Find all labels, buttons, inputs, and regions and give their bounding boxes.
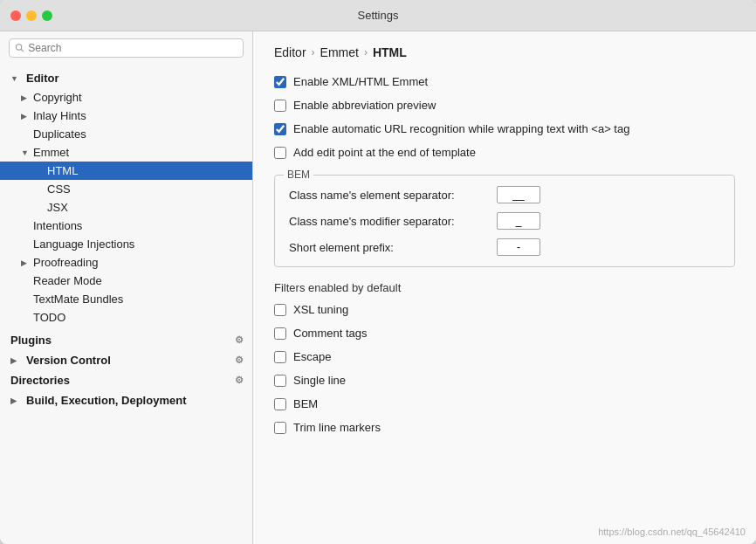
- checkbox-row-auto-url: Enable automatic URL recognition while w…: [274, 121, 735, 137]
- sidebar-item-proofreading-label: Proofreading: [33, 256, 244, 269]
- bem-short-element-prefix-input[interactable]: [497, 238, 540, 256]
- settings-icon: ⚙: [235, 334, 244, 346]
- checkbox-comment-tags[interactable]: [274, 327, 286, 340]
- sidebar-section-directories-label: Directories: [10, 374, 70, 387]
- checkbox-trim-line-markers-label[interactable]: Trim line markers: [293, 421, 381, 434]
- chevron-right-icon: ▶: [10, 356, 21, 365]
- checkbox-trim-line-markers[interactable]: [274, 422, 286, 434]
- sidebar-item-proofreading[interactable]: ▶ Proofreading: [0, 253, 252, 272]
- settings-window: Settings ▼ Editor ▶ Copyri: [0, 0, 756, 544]
- sidebar-item-emmet[interactable]: ▼ Emmet: [0, 143, 252, 162]
- sidebar: ▼ Editor ▶ Copyright ⚙ ▶ Inlay Hints ⚙: [0, 31, 253, 544]
- sidebar-item-css-label: CSS: [47, 182, 244, 196]
- checkbox-xsl-tuning-label[interactable]: XSL tuning: [293, 303, 348, 316]
- sidebar-item-textmate-bundles[interactable]: ▶ TextMate Bundles: [0, 290, 252, 308]
- sidebar-item-duplicates-label: Duplicates: [33, 127, 244, 141]
- sidebar-item-todo-label: TODO: [33, 311, 244, 324]
- sidebar-item-reader-mode-label: Reader Mode: [33, 274, 235, 287]
- sidebar-section-version-control[interactable]: ▶ Version Control ⚙: [0, 350, 252, 370]
- checkbox-auto-url-label[interactable]: Enable automatic URL recognition while w…: [293, 122, 629, 135]
- checkbox-bem-filter[interactable]: [274, 398, 286, 410]
- search-box[interactable]: [9, 38, 244, 58]
- sidebar-item-textmate-bundles-label: TextMate Bundles: [33, 293, 244, 306]
- sidebar-section-build-label: Build, Execution, Deployment: [26, 394, 186, 407]
- filter-single-line-row: Single line: [274, 372, 735, 389]
- breadcrumb-emmet: Emmet: [320, 45, 359, 59]
- sidebar-item-css[interactable]: ▶ CSS: [0, 180, 252, 198]
- sidebar-section-editor[interactable]: ▼ Editor: [0, 68, 252, 88]
- checkbox-abbrev-preview-label[interactable]: Enable abbreviation preview: [293, 99, 436, 112]
- sidebar-item-intentions[interactable]: ▶ Intentions: [0, 217, 252, 235]
- sidebar-item-inlay-hints-label: Inlay Hints: [33, 109, 235, 122]
- sidebar-section-plugins-label: Plugins: [10, 334, 52, 347]
- sidebar-item-language-injections[interactable]: ▶ Language Injections ⚙: [0, 235, 252, 253]
- sidebar-item-todo[interactable]: ▶ TODO: [0, 308, 252, 327]
- sidebar-item-copyright-label: Copyright: [33, 91, 235, 104]
- sidebar-item-inlay-hints[interactable]: ▶ Inlay Hints ⚙: [0, 107, 252, 125]
- sidebar-section-plugins[interactable]: Plugins ⚙: [0, 330, 252, 350]
- checkbox-row-enable-xml-html: Enable XML/HTML Emmet: [274, 73, 735, 90]
- bem-group: BEM Class name's element separator: Clas…: [274, 175, 735, 267]
- chevron-right-icon: ▶: [21, 112, 31, 121]
- sidebar-item-reader-mode[interactable]: ▶ Reader Mode ⚙: [0, 272, 252, 290]
- main-panel: Editor › Emmet › HTML Enable XML/HTML Em…: [253, 31, 756, 544]
- checkbox-edit-point[interactable]: [274, 147, 286, 159]
- bem-class-modifier-sep-input[interactable]: [497, 212, 540, 230]
- checkbox-enable-xml-html[interactable]: [274, 76, 286, 88]
- search-icon: [15, 43, 24, 53]
- close-button[interactable]: [10, 10, 21, 21]
- checkbox-xsl-tuning[interactable]: [274, 304, 286, 316]
- checkbox-single-line[interactable]: [274, 375, 286, 387]
- sidebar-section-version-control-label: Version Control: [26, 354, 111, 367]
- chevron-down-icon: ▼: [21, 148, 31, 157]
- checkbox-row-abbrev-preview: Enable abbreviation preview: [274, 97, 735, 114]
- chevron-right-icon: ▶: [21, 258, 31, 267]
- checkbox-enable-xml-html-label[interactable]: Enable XML/HTML Emmet: [293, 75, 428, 88]
- chevron-down-icon: ▼: [10, 74, 21, 83]
- sidebar-section-directories[interactable]: Directories ⚙: [0, 370, 252, 390]
- filter-xsl-tuning-row: XSL tuning: [274, 301, 735, 318]
- sidebar-item-duplicates[interactable]: ▶ Duplicates: [0, 125, 252, 143]
- sidebar-item-jsx-label: JSX: [47, 201, 244, 214]
- filter-escape-row: Escape: [274, 348, 735, 365]
- sidebar-section-build[interactable]: ▶ Build, Execution, Deployment: [0, 390, 252, 410]
- filter-bem-row: BEM: [274, 396, 735, 412]
- sidebar-item-html-label: HTML: [47, 164, 244, 177]
- checkbox-auto-url[interactable]: [274, 123, 286, 135]
- sidebar-tree: ▼ Editor ▶ Copyright ⚙ ▶ Inlay Hints ⚙: [0, 65, 252, 544]
- checkbox-row-edit-point: Add edit point at the end of template: [274, 144, 735, 161]
- filter-trim-line-markers-row: Trim line markers: [274, 419, 735, 436]
- filters-section: Filters enabled by default XSL tuning Co…: [274, 281, 735, 436]
- svg-line-1: [21, 49, 24, 52]
- search-input[interactable]: [28, 42, 237, 54]
- sidebar-item-jsx[interactable]: ▶ JSX: [0, 198, 252, 217]
- traffic-lights: [10, 10, 52, 21]
- sidebar-item-intentions-label: Intentions: [33, 219, 244, 232]
- checkbox-escape-label[interactable]: Escape: [293, 350, 331, 363]
- sidebar-item-copyright[interactable]: ▶ Copyright ⚙: [0, 88, 252, 107]
- settings-icon: ⚙: [235, 375, 244, 386]
- bem-group-title: BEM: [284, 169, 313, 181]
- bem-class-element-sep-row: Class name's element separator:: [289, 186, 720, 203]
- bem-short-element-prefix-row: Short element prefix:: [289, 238, 720, 256]
- sidebar-item-emmet-label: Emmet: [33, 146, 244, 159]
- sidebar-section-editor-label: Editor: [26, 72, 59, 85]
- titlebar: Settings: [0, 0, 756, 31]
- breadcrumb-separator-2: ›: [364, 46, 368, 59]
- maximize-button[interactable]: [42, 10, 52, 21]
- settings-icon: ⚙: [235, 355, 244, 366]
- filter-comment-tags-row: Comment tags: [274, 325, 735, 341]
- bem-class-element-sep-input[interactable]: [497, 186, 540, 203]
- bem-class-modifier-sep-label: Class name's modifier separator:: [289, 215, 490, 228]
- checkbox-escape[interactable]: [274, 351, 286, 363]
- svg-point-0: [16, 45, 21, 50]
- checkbox-single-line-label[interactable]: Single line: [293, 374, 346, 387]
- sidebar-item-html[interactable]: ▶ HTML: [0, 162, 252, 180]
- checkbox-edit-point-label[interactable]: Add edit point at the end of template: [293, 146, 476, 159]
- minimize-button[interactable]: [26, 10, 37, 21]
- watermark: https://blog.csdn.net/qq_45642410: [598, 527, 746, 537]
- checkbox-abbrev-preview[interactable]: [274, 100, 286, 112]
- breadcrumb-editor: Editor: [274, 45, 306, 59]
- checkbox-comment-tags-label[interactable]: Comment tags: [293, 327, 368, 340]
- checkbox-bem-filter-label[interactable]: BEM: [293, 397, 318, 410]
